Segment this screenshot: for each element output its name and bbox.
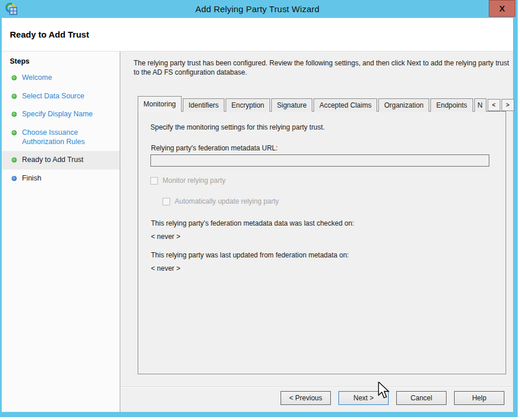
tab-notes-truncated[interactable]: N <box>474 98 486 112</box>
step-item-welcome[interactable]: Welcome <box>2 69 120 87</box>
step-status-icon <box>12 75 17 80</box>
help-button[interactable]: Help <box>454 391 504 405</box>
tab-scroll-left-button[interactable]: < <box>488 99 500 111</box>
federation-metadata-url-input <box>150 154 489 167</box>
adfs-icon <box>5 2 18 16</box>
step-label: Finish <box>22 174 41 183</box>
window-title: Add Relying Party Trust Wizard <box>196 4 319 14</box>
step-label: Select Data Source <box>22 92 84 101</box>
cancel-button[interactable]: Cancel <box>396 391 447 405</box>
tab-strip: Monitoring Identifiers Encryption Signat… <box>138 96 514 112</box>
instruction-text: Specify the monitoring settings for this… <box>150 123 324 131</box>
step-label: Specify Display Name <box>22 110 93 119</box>
last-checked-value: < never > <box>151 233 180 241</box>
monitor-relying-party-checkbox <box>150 177 158 185</box>
tab-monitoring[interactable]: Monitoring <box>138 96 182 112</box>
step-label: Ready to Add Trust <box>22 156 83 165</box>
description-text: The relying party trust has been configu… <box>134 59 511 77</box>
step-item-specify-display-name[interactable]: Specify Display Name <box>2 105 120 124</box>
close-icon: X <box>499 3 505 13</box>
step-item-select-data-source[interactable]: Select Data Source <box>2 87 120 106</box>
step-status-icon <box>12 94 17 99</box>
step-status-icon <box>12 157 17 163</box>
last-updated-value: < never > <box>151 264 180 272</box>
step-label: Welcome <box>22 73 52 83</box>
step-item-choose-issuance-authorization-rules[interactable]: Choose Issuance Authorization Rules <box>2 124 120 151</box>
step-status-icon <box>12 130 17 135</box>
wizard-body: Steps Welcome Select Data Source Specify… <box>2 51 513 412</box>
monitoring-tab-panel: Specify the monitoring settings for this… <box>138 111 506 374</box>
close-button[interactable]: X <box>489 0 515 17</box>
footer-buttons: < Previous Next > Cancel Help <box>281 391 504 405</box>
wizard-window: Add Relying Party Trust Wizard X Ready t… <box>0 0 518 417</box>
step-item-finish: Finish <box>2 170 120 188</box>
auto-update-relying-party-row: Automatically update relying party <box>163 197 279 205</box>
wizard-header: Ready to Add Trust <box>2 18 513 51</box>
tab-scroll-right-button[interactable]: > <box>501 99 514 111</box>
steps-title: Steps <box>2 56 120 69</box>
mouse-cursor <box>377 382 390 399</box>
step-status-icon <box>12 176 17 181</box>
step-item-ready-to-add-trust: Ready to Add Trust <box>2 151 120 170</box>
tab-endpoints[interactable]: Endpoints <box>430 98 473 112</box>
steps-panel: Steps Welcome Select Data Source Specify… <box>2 51 120 412</box>
step-status-icon <box>12 112 17 117</box>
auto-update-relying-party-checkbox <box>163 198 170 205</box>
monitor-relying-party-row: Monitor relying party <box>150 176 226 185</box>
monitor-relying-party-label: Monitor relying party <box>163 176 226 185</box>
page-title: Ready to Add Trust <box>10 30 89 39</box>
tab-signature[interactable]: Signature <box>271 98 312 112</box>
federation-metadata-url-label: Relying party's federation metadata URL: <box>151 144 278 152</box>
chevron-left-icon: < <box>492 102 496 108</box>
content-panel: The relying party trust has been configu… <box>120 51 513 412</box>
titlebar: Add Relying Party Trust Wizard X <box>2 0 513 18</box>
chevron-right-icon: > <box>506 102 510 108</box>
tab-organization[interactable]: Organization <box>378 98 429 112</box>
tab-identifiers[interactable]: Identifiers <box>183 98 224 112</box>
step-label: Choose Issuance Authorization Rules <box>22 128 109 146</box>
auto-update-relying-party-label: Automatically update relying party <box>175 197 279 205</box>
last-updated-label: This relying party was last updated from… <box>151 251 349 259</box>
previous-button[interactable]: < Previous <box>281 391 331 405</box>
tab-accepted-claims[interactable]: Accepted Claims <box>314 98 377 112</box>
footer-separator <box>120 386 513 388</box>
last-checked-label: This relying party's federation metadata… <box>151 219 354 227</box>
tab-encryption[interactable]: Encryption <box>226 98 270 112</box>
